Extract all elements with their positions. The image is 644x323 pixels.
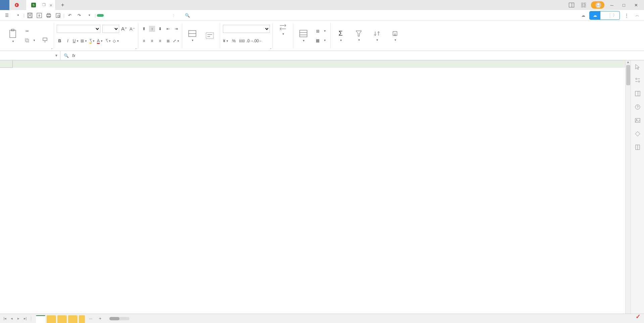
menu-tab-dev[interactable]: [153, 14, 160, 17]
sheet-prev-icon[interactable]: ◂: [9, 316, 14, 321]
decrease-indent-icon[interactable]: ⇤: [165, 26, 171, 32]
tab-close-icon[interactable]: ×: [50, 3, 52, 8]
font-launcher[interactable]: ⌐: [136, 47, 137, 50]
tab-new[interactable]: +: [55, 0, 70, 10]
layout-panel-icon[interactable]: [634, 90, 641, 97]
vertical-scrollbar[interactable]: ▲: [625, 60, 631, 314]
tab-home[interactable]: [0, 0, 9, 10]
sheet-tab-2[interactable]: [57, 315, 67, 323]
vscroll-thumb[interactable]: [626, 65, 630, 85]
orientation-icon[interactable]: ⤢▼: [173, 38, 179, 44]
align-justify-icon[interactable]: ≣: [165, 38, 171, 44]
sheet-last-icon[interactable]: ▸|: [23, 316, 28, 321]
border-icon[interactable]: ⊞▼: [81, 38, 87, 44]
clipboard-launcher[interactable]: ⌐: [51, 47, 53, 50]
menu-tab-layout[interactable]: [113, 14, 120, 17]
format-painter-button[interactable]: [39, 37, 51, 44]
menu-tab-vip[interactable]: [161, 14, 168, 17]
underline-icon[interactable]: U▼: [73, 38, 79, 44]
increase-indent-icon[interactable]: ⇥: [173, 26, 179, 32]
zoom-cell-icon[interactable]: 🔍: [64, 53, 69, 58]
bold-icon[interactable]: B: [57, 38, 63, 44]
decrease-font-icon[interactable]: A⁻: [129, 26, 135, 32]
command-search[interactable]: 🔍: [185, 13, 192, 18]
fx-icon[interactable]: fx: [72, 53, 75, 58]
sync-status[interactable]: ☁: [581, 13, 587, 18]
book-icon[interactable]: [634, 144, 641, 151]
number-format-select[interactable]: [223, 25, 270, 33]
sort-button[interactable]: ▼: [369, 23, 384, 49]
menu-tab-review[interactable]: [137, 14, 144, 17]
font-color-icon[interactable]: A▼: [97, 38, 103, 44]
sheet-tab-4[interactable]: [79, 315, 85, 323]
percent-icon[interactable]: %: [231, 38, 237, 44]
align-left-icon[interactable]: ≡: [141, 38, 147, 44]
tab-docer[interactable]: [9, 0, 26, 10]
single-button[interactable]: [406, 23, 412, 49]
table-style-button[interactable]: ⊞▼: [313, 28, 328, 35]
cond-format-button[interactable]: ▼: [296, 23, 311, 49]
more-icon[interactable]: ⋮: [623, 11, 631, 19]
panel-icon[interactable]: [567, 0, 576, 10]
sheet-tab-active[interactable]: [36, 315, 45, 323]
font-name-select[interactable]: [57, 25, 100, 33]
name-box[interactable]: ▼: [0, 51, 60, 60]
copy-button[interactable]: ⿻▼: [23, 37, 37, 44]
align-center-icon[interactable]: ≡: [149, 38, 155, 44]
thousand-icon[interactable]: 000: [239, 38, 245, 44]
sheet-tab-3[interactable]: [68, 315, 78, 323]
sum-button[interactable]: Σ▼: [333, 23, 348, 49]
menu-tab-formula[interactable]: [121, 14, 128, 17]
increase-font-icon[interactable]: A⁺: [121, 26, 127, 32]
minimize-button[interactable]: ─: [607, 0, 616, 10]
file-menu[interactable]: ▼: [12, 13, 22, 17]
number-launcher[interactable]: ⌐: [270, 47, 272, 50]
currency-icon[interactable]: ¥▼: [223, 38, 229, 44]
paste-button[interactable]: ▼: [5, 23, 20, 49]
preview-icon[interactable]: [54, 11, 62, 19]
align-bottom-icon[interactable]: ⬇: [157, 26, 163, 32]
image-panel-icon[interactable]: [634, 117, 641, 124]
settings-panel-icon[interactable]: [634, 76, 641, 84]
horizontal-scrollbar[interactable]: [109, 317, 130, 320]
type-convert-button[interactable]: ▼: [276, 23, 290, 36]
help-icon[interactable]: ?: [634, 103, 641, 111]
align-top-icon[interactable]: ⬆: [141, 26, 147, 32]
redo-icon[interactable]: ↷: [75, 11, 83, 19]
italic-icon[interactable]: I: [65, 38, 71, 44]
select-all-corner[interactable]: [0, 60, 13, 68]
sheet-add-icon[interactable]: +: [96, 316, 104, 321]
cell-style-button[interactable]: ▦▼: [313, 37, 328, 44]
align-right-icon[interactable]: ≡: [157, 38, 163, 44]
formula-input[interactable]: [79, 53, 641, 58]
saveas-icon[interactable]: [35, 11, 43, 19]
sheet-next-icon[interactable]: ▸: [16, 316, 21, 321]
menu-tab-insert[interactable]: [105, 14, 112, 17]
cursor-icon[interactable]: [634, 63, 641, 70]
cut-button[interactable]: ✂: [23, 28, 51, 35]
decrease-decimal-icon[interactable]: .00←: [255, 38, 261, 44]
collapse-ribbon-icon[interactable]: ︿: [633, 11, 641, 19]
filter-button[interactable]: ▼: [351, 23, 366, 49]
font-size-select[interactable]: [102, 25, 119, 33]
merge-center-button[interactable]: ▼: [185, 23, 200, 49]
save-icon[interactable]: [26, 11, 34, 19]
menu-tab-data[interactable]: [129, 14, 136, 17]
menu-tab-smart[interactable]: 〉: [169, 11, 180, 19]
close-button[interactable]: ✕: [631, 0, 641, 10]
diamond-icon[interactable]: [634, 130, 641, 138]
menu-icon[interactable]: ☰: [3, 11, 11, 19]
sheet-first-icon[interactable]: |◂: [3, 316, 7, 321]
tab-restore-icon[interactable]: ❐: [42, 3, 46, 7]
clear-format-icon[interactable]: ◇▼: [113, 38, 119, 44]
auto-wrap-button[interactable]: [202, 23, 217, 49]
tab-file-active[interactable]: S ❐ ×: [26, 0, 55, 10]
highlight-icon[interactable]: ▼: [105, 38, 111, 44]
undo-icon[interactable]: ↶: [66, 11, 74, 19]
maximize-button[interactable]: □: [619, 0, 629, 10]
menu-tab-view[interactable]: [145, 14, 152, 17]
sheet-more-icon[interactable]: ···: [86, 316, 95, 321]
apps-icon[interactable]: [579, 0, 588, 10]
print-icon[interactable]: [45, 11, 53, 19]
upload-button[interactable]: ☁ 〉: [589, 11, 620, 20]
